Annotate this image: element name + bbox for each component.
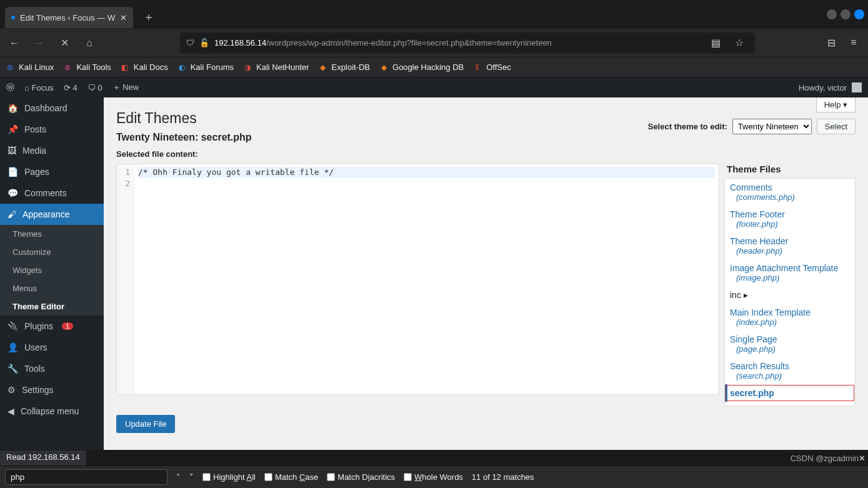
watermark-close-icon[interactable]: ✕	[859, 454, 866, 463]
menu-appearance[interactable]: 🖌Appearance	[0, 204, 104, 225]
bookmark-kali-nethunter[interactable]: ◑Kali NetHunter	[242, 62, 309, 72]
forward-button[interactable]: →	[30, 34, 49, 52]
wrench-icon: 🔧	[7, 364, 18, 374]
window-maximize-button[interactable]	[841, 9, 851, 19]
file-item[interactable]: Single Page(page.php)	[725, 331, 855, 357]
file-item[interactable]: inc ▸	[725, 286, 855, 304]
file-item[interactable]: Image Attachment Template(image.php)	[725, 259, 855, 286]
file-item[interactable]: Main Index Template(index.php)	[725, 304, 855, 331]
window-controls	[827, 9, 864, 19]
wp-updates[interactable]: ⟳ 4	[64, 83, 77, 92]
pin-icon: 📌	[7, 124, 18, 134]
watermark: CSDN @zgcadmin✕	[791, 454, 866, 463]
menu-dashboard[interactable]: 🏠Dashboard	[0, 97, 104, 119]
sliders-icon: ⚙	[7, 385, 16, 395]
code-content[interactable]: /* Ohh Finaly you got a writable file */	[134, 164, 719, 394]
hamburger-menu-icon[interactable]: ≡	[844, 37, 863, 49]
wp-new[interactable]: ＋ New	[112, 82, 139, 93]
back-button[interactable]: ←	[5, 34, 24, 52]
select-theme-label: Select theme to edit:	[648, 122, 727, 131]
update-file-button[interactable]: Update File	[116, 415, 175, 433]
admin-sidebar: 🏠Dashboard 📌Posts 🖼Media 📄Pages 💬Comment…	[0, 97, 104, 450]
file-item[interactable]: Theme Footer(footer.php)	[725, 206, 855, 232]
theme-files-panel: Theme Files Comments(comments.php)Theme …	[724, 164, 856, 406]
highlight-all-checkbox[interactable]: Highlight All	[202, 472, 256, 482]
collapse-icon: ◀	[7, 406, 14, 416]
code-editor[interactable]: 12 /* Ohh Finaly you got a writable file…	[116, 164, 719, 395]
menu-users[interactable]: 👤Users	[0, 337, 104, 358]
find-next-button[interactable]: ˅	[189, 472, 194, 482]
collapse-menu[interactable]: ◀Collapse menu	[0, 401, 104, 422]
bookmark-kali-docs[interactable]: ◧Kali Docs	[120, 62, 168, 72]
select-button[interactable]: Select	[817, 119, 856, 134]
line-gutter: 12	[117, 164, 134, 394]
wp-site-link[interactable]: ⌂ Focus	[24, 83, 54, 92]
user-icon: 👤	[7, 342, 18, 352]
bookmark-offsec[interactable]: 🎗OffSec	[472, 62, 511, 72]
whole-words-checkbox[interactable]: Whole Words	[404, 472, 463, 482]
brush-icon: 🖌	[7, 209, 16, 219]
browser-tab[interactable]: Edit Themes ‹ Focus — W ✕	[5, 7, 133, 28]
find-input[interactable]	[5, 469, 167, 485]
submenu-customize[interactable]: Customize	[0, 243, 104, 261]
bookmark-kali-forums[interactable]: ◐Kali Forums	[177, 62, 234, 72]
wp-howdy[interactable]: Howdy, victor	[799, 83, 847, 92]
page-icon: 📄	[7, 167, 18, 177]
menu-tools[interactable]: 🔧Tools	[0, 358, 104, 379]
file-item[interactable]: secret.php	[725, 384, 855, 402]
code-line-1: /* Ohh Finaly you got a writable file */	[138, 167, 715, 178]
help-tab[interactable]: Help ▾	[816, 97, 856, 112]
shield-icon[interactable]: 🛡	[186, 38, 194, 47]
plugins-badge: 1	[62, 322, 73, 330]
wp-wrap: 🏠Dashboard 📌Posts 🖼Media 📄Pages 💬Comment…	[0, 97, 868, 450]
bookmark-kali-linux[interactable]: ⊚Kali Linux	[5, 62, 54, 72]
menu-settings[interactable]: ⚙Settings	[0, 379, 104, 401]
appearance-submenu: Themes Customize Widgets Menus Theme Edi…	[0, 225, 104, 316]
wp-admin-bar: ⓦ ⌂ Focus ⟳ 4 🗨 0 ＋ New Howdy, victor	[0, 77, 868, 97]
wp-comments[interactable]: 🗨 0	[87, 83, 102, 92]
home-button[interactable]: ⌂	[80, 34, 99, 52]
file-item[interactable]: Theme Header(header.php)	[725, 232, 855, 259]
reader-mode-icon[interactable]: ▤	[706, 37, 725, 49]
menu-plugins[interactable]: 🔌Plugins1	[0, 316, 104, 337]
submenu-theme-editor[interactable]: Theme Editor	[0, 297, 104, 316]
menu-comments[interactable]: 💬Comments	[0, 182, 104, 204]
bookmark-exploit-db[interactable]: ◆Exploit-DB	[318, 62, 370, 72]
window-close-button[interactable]	[854, 9, 864, 19]
browser-toolbar: ← → ✕ ⌂ 🛡 🔓 192.168.56.14/wordpress/wp-a…	[0, 29, 868, 57]
match-count: 11 of 12 matches	[472, 472, 534, 482]
bookmark-google-hacking-db[interactable]: ◆Google Hacking DB	[379, 62, 464, 72]
dashboard-icon: 🏠	[7, 103, 18, 113]
theme-select[interactable]: Twenty Nineteen	[732, 119, 812, 134]
file-item[interactable]: Comments(comments.php)	[725, 179, 855, 206]
theme-files-heading: Theme Files	[727, 164, 856, 174]
file-item[interactable]: Search Results(search.php)	[725, 357, 855, 384]
plug-icon: 🔌	[7, 321, 18, 331]
media-icon: 🖼	[7, 146, 16, 156]
bookmark-kali-tools[interactable]: ⊚Kali Tools	[62, 62, 111, 72]
submenu-widgets[interactable]: Widgets	[0, 261, 104, 279]
url-bar[interactable]: 🛡 🔓 192.168.56.14/wordpress/wp-admin/the…	[180, 32, 755, 54]
match-diacritics-checkbox[interactable]: Match Diacritics	[327, 472, 395, 482]
browser-titlebar: Edit Themes ‹ Focus — W ✕ ＋	[0, 0, 868, 29]
window-minimize-button[interactable]	[827, 9, 837, 19]
menu-posts[interactable]: 📌Posts	[0, 119, 104, 140]
insecure-lock-icon[interactable]: 🔓	[199, 38, 209, 47]
selected-file-label: Selected file content:	[116, 149, 856, 159]
match-case-checkbox[interactable]: Match Case	[264, 472, 318, 482]
pocket-icon[interactable]: ⊟	[822, 37, 841, 49]
file-list[interactable]: Comments(comments.php)Theme Footer(foote…	[724, 178, 856, 406]
menu-pages[interactable]: 📄Pages	[0, 161, 104, 182]
submenu-themes[interactable]: Themes	[0, 225, 104, 243]
tab-close-icon[interactable]: ✕	[120, 13, 127, 22]
menu-media[interactable]: 🖼Media	[0, 140, 104, 161]
new-tab-button[interactable]: ＋	[139, 7, 158, 26]
avatar[interactable]	[852, 82, 862, 92]
find-bar: ˄ ˅ Highlight All Match Case Match Diacr…	[0, 466, 868, 488]
stop-button[interactable]: ✕	[55, 34, 74, 52]
wp-logo-icon[interactable]: ⓦ	[6, 82, 14, 93]
bookmark-star-icon[interactable]: ☆	[730, 37, 749, 49]
submenu-menus[interactable]: Menus	[0, 279, 104, 297]
find-prev-button[interactable]: ˄	[176, 472, 181, 482]
url-path: /wordpress/wp-admin/theme-editor.php?fil…	[266, 38, 552, 47]
